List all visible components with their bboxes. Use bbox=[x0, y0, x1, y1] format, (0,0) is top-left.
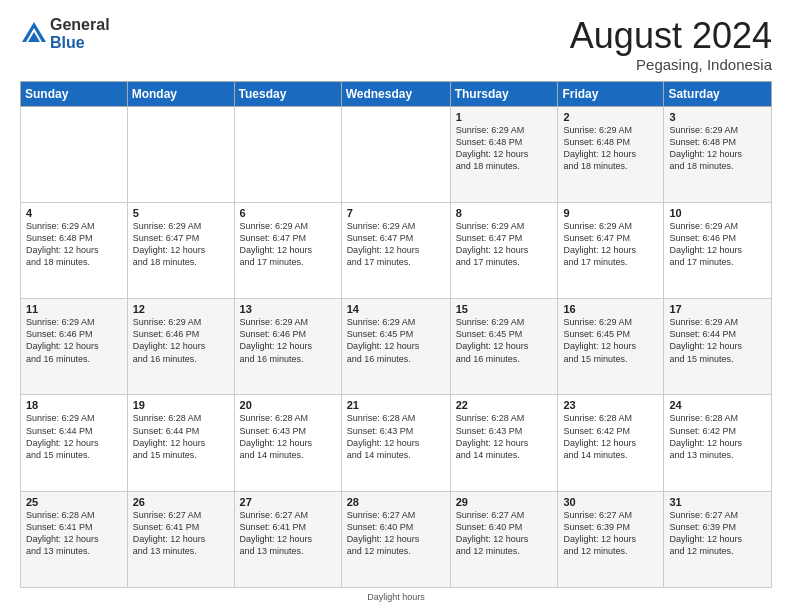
day-number: 15 bbox=[456, 303, 553, 315]
calendar-header-row: SundayMondayTuesdayWednesdayThursdayFrid… bbox=[21, 81, 772, 106]
logo-blue: Blue bbox=[50, 34, 110, 52]
day-info: Sunrise: 6:27 AM Sunset: 6:41 PM Dayligh… bbox=[133, 509, 229, 558]
day-number: 1 bbox=[456, 111, 553, 123]
day-number: 14 bbox=[347, 303, 445, 315]
calendar-cell: 27Sunrise: 6:27 AM Sunset: 6:41 PM Dayli… bbox=[234, 491, 341, 587]
day-number: 11 bbox=[26, 303, 122, 315]
day-info: Sunrise: 6:29 AM Sunset: 6:47 PM Dayligh… bbox=[240, 220, 336, 269]
calendar-cell: 23Sunrise: 6:28 AM Sunset: 6:42 PM Dayli… bbox=[558, 395, 664, 491]
calendar-week-3: 11Sunrise: 6:29 AM Sunset: 6:46 PM Dayli… bbox=[21, 299, 772, 395]
calendar-cell: 3Sunrise: 6:29 AM Sunset: 6:48 PM Daylig… bbox=[664, 106, 772, 202]
calendar-cell: 8Sunrise: 6:29 AM Sunset: 6:47 PM Daylig… bbox=[450, 202, 558, 298]
calendar-cell: 15Sunrise: 6:29 AM Sunset: 6:45 PM Dayli… bbox=[450, 299, 558, 395]
day-number: 23 bbox=[563, 399, 658, 411]
calendar-cell: 28Sunrise: 6:27 AM Sunset: 6:40 PM Dayli… bbox=[341, 491, 450, 587]
day-number: 18 bbox=[26, 399, 122, 411]
day-info: Sunrise: 6:29 AM Sunset: 6:47 PM Dayligh… bbox=[563, 220, 658, 269]
calendar-week-2: 4Sunrise: 6:29 AM Sunset: 6:48 PM Daylig… bbox=[21, 202, 772, 298]
calendar-cell: 22Sunrise: 6:28 AM Sunset: 6:43 PM Dayli… bbox=[450, 395, 558, 491]
calendar-cell: 7Sunrise: 6:29 AM Sunset: 6:47 PM Daylig… bbox=[341, 202, 450, 298]
calendar-week-1: 1Sunrise: 6:29 AM Sunset: 6:48 PM Daylig… bbox=[21, 106, 772, 202]
column-header-sunday: Sunday bbox=[21, 81, 128, 106]
day-info: Sunrise: 6:29 AM Sunset: 6:47 PM Dayligh… bbox=[456, 220, 553, 269]
month-title: August 2024 bbox=[570, 16, 772, 56]
calendar-cell: 2Sunrise: 6:29 AM Sunset: 6:48 PM Daylig… bbox=[558, 106, 664, 202]
day-info: Sunrise: 6:29 AM Sunset: 6:44 PM Dayligh… bbox=[669, 316, 766, 365]
day-number: 31 bbox=[669, 496, 766, 508]
day-info: Sunrise: 6:29 AM Sunset: 6:45 PM Dayligh… bbox=[347, 316, 445, 365]
calendar-cell: 14Sunrise: 6:29 AM Sunset: 6:45 PM Dayli… bbox=[341, 299, 450, 395]
day-info: Sunrise: 6:28 AM Sunset: 6:42 PM Dayligh… bbox=[563, 412, 658, 461]
day-info: Sunrise: 6:27 AM Sunset: 6:40 PM Dayligh… bbox=[456, 509, 553, 558]
day-info: Sunrise: 6:28 AM Sunset: 6:43 PM Dayligh… bbox=[347, 412, 445, 461]
calendar-cell bbox=[234, 106, 341, 202]
logo-icon bbox=[20, 20, 48, 48]
day-info: Sunrise: 6:28 AM Sunset: 6:42 PM Dayligh… bbox=[669, 412, 766, 461]
calendar-table: SundayMondayTuesdayWednesdayThursdayFrid… bbox=[20, 81, 772, 588]
calendar-cell: 29Sunrise: 6:27 AM Sunset: 6:40 PM Dayli… bbox=[450, 491, 558, 587]
day-number: 16 bbox=[563, 303, 658, 315]
logo: General Blue bbox=[20, 16, 110, 51]
page: General Blue August 2024 Pegasing, Indon… bbox=[0, 0, 792, 612]
calendar-cell: 10Sunrise: 6:29 AM Sunset: 6:46 PM Dayli… bbox=[664, 202, 772, 298]
calendar-cell: 20Sunrise: 6:28 AM Sunset: 6:43 PM Dayli… bbox=[234, 395, 341, 491]
day-info: Sunrise: 6:28 AM Sunset: 6:43 PM Dayligh… bbox=[240, 412, 336, 461]
logo-general: General bbox=[50, 16, 110, 34]
day-info: Sunrise: 6:28 AM Sunset: 6:43 PM Dayligh… bbox=[456, 412, 553, 461]
day-info: Sunrise: 6:29 AM Sunset: 6:46 PM Dayligh… bbox=[669, 220, 766, 269]
day-number: 6 bbox=[240, 207, 336, 219]
day-info: Sunrise: 6:28 AM Sunset: 6:44 PM Dayligh… bbox=[133, 412, 229, 461]
day-info: Sunrise: 6:27 AM Sunset: 6:40 PM Dayligh… bbox=[347, 509, 445, 558]
day-number: 8 bbox=[456, 207, 553, 219]
calendar-cell: 12Sunrise: 6:29 AM Sunset: 6:46 PM Dayli… bbox=[127, 299, 234, 395]
calendar-cell: 17Sunrise: 6:29 AM Sunset: 6:44 PM Dayli… bbox=[664, 299, 772, 395]
day-info: Sunrise: 6:29 AM Sunset: 6:45 PM Dayligh… bbox=[456, 316, 553, 365]
location: Pegasing, Indonesia bbox=[570, 56, 772, 73]
day-number: 22 bbox=[456, 399, 553, 411]
day-number: 20 bbox=[240, 399, 336, 411]
day-info: Sunrise: 6:29 AM Sunset: 6:45 PM Dayligh… bbox=[563, 316, 658, 365]
calendar-cell bbox=[341, 106, 450, 202]
calendar-cell: 21Sunrise: 6:28 AM Sunset: 6:43 PM Dayli… bbox=[341, 395, 450, 491]
day-number: 12 bbox=[133, 303, 229, 315]
day-number: 10 bbox=[669, 207, 766, 219]
day-info: Sunrise: 6:29 AM Sunset: 6:44 PM Dayligh… bbox=[26, 412, 122, 461]
calendar-cell: 31Sunrise: 6:27 AM Sunset: 6:39 PM Dayli… bbox=[664, 491, 772, 587]
day-number: 17 bbox=[669, 303, 766, 315]
calendar-week-4: 18Sunrise: 6:29 AM Sunset: 6:44 PM Dayli… bbox=[21, 395, 772, 491]
calendar-cell: 26Sunrise: 6:27 AM Sunset: 6:41 PM Dayli… bbox=[127, 491, 234, 587]
day-info: Sunrise: 6:29 AM Sunset: 6:46 PM Dayligh… bbox=[133, 316, 229, 365]
day-number: 27 bbox=[240, 496, 336, 508]
day-number: 9 bbox=[563, 207, 658, 219]
day-info: Sunrise: 6:29 AM Sunset: 6:47 PM Dayligh… bbox=[133, 220, 229, 269]
column-header-monday: Monday bbox=[127, 81, 234, 106]
day-info: Sunrise: 6:29 AM Sunset: 6:48 PM Dayligh… bbox=[669, 124, 766, 173]
day-info: Sunrise: 6:29 AM Sunset: 6:47 PM Dayligh… bbox=[347, 220, 445, 269]
calendar-cell: 25Sunrise: 6:28 AM Sunset: 6:41 PM Dayli… bbox=[21, 491, 128, 587]
column-header-wednesday: Wednesday bbox=[341, 81, 450, 106]
calendar-cell: 18Sunrise: 6:29 AM Sunset: 6:44 PM Dayli… bbox=[21, 395, 128, 491]
day-number: 26 bbox=[133, 496, 229, 508]
day-info: Sunrise: 6:27 AM Sunset: 6:39 PM Dayligh… bbox=[563, 509, 658, 558]
column-header-thursday: Thursday bbox=[450, 81, 558, 106]
calendar-cell bbox=[127, 106, 234, 202]
day-info: Sunrise: 6:28 AM Sunset: 6:41 PM Dayligh… bbox=[26, 509, 122, 558]
day-number: 4 bbox=[26, 207, 122, 219]
day-number: 24 bbox=[669, 399, 766, 411]
header: General Blue August 2024 Pegasing, Indon… bbox=[20, 16, 772, 73]
column-header-friday: Friday bbox=[558, 81, 664, 106]
calendar-cell: 24Sunrise: 6:28 AM Sunset: 6:42 PM Dayli… bbox=[664, 395, 772, 491]
day-number: 25 bbox=[26, 496, 122, 508]
calendar-cell: 11Sunrise: 6:29 AM Sunset: 6:46 PM Dayli… bbox=[21, 299, 128, 395]
calendar-cell: 5Sunrise: 6:29 AM Sunset: 6:47 PM Daylig… bbox=[127, 202, 234, 298]
day-number: 28 bbox=[347, 496, 445, 508]
column-header-tuesday: Tuesday bbox=[234, 81, 341, 106]
column-header-saturday: Saturday bbox=[664, 81, 772, 106]
day-number: 5 bbox=[133, 207, 229, 219]
title-block: August 2024 Pegasing, Indonesia bbox=[570, 16, 772, 73]
day-info: Sunrise: 6:29 AM Sunset: 6:46 PM Dayligh… bbox=[26, 316, 122, 365]
day-info: Sunrise: 6:27 AM Sunset: 6:41 PM Dayligh… bbox=[240, 509, 336, 558]
calendar: SundayMondayTuesdayWednesdayThursdayFrid… bbox=[20, 81, 772, 602]
day-number: 29 bbox=[456, 496, 553, 508]
footer-note: Daylight hours bbox=[20, 592, 772, 602]
